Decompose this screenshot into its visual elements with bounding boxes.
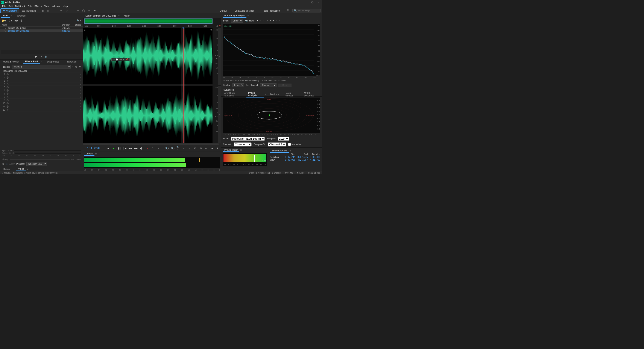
tab-history[interactable]: History [1, 167, 12, 171]
slot-power-icon[interactable]: ⏻ [6, 109, 8, 111]
hud-pin-icon[interactable]: 📌 [126, 59, 128, 61]
mix-slider[interactable] [10, 159, 70, 160]
tab-frequency-analysis[interactable]: Frequency Analysis [222, 14, 246, 18]
video-panel-menu-icon[interactable]: ≡ [26, 168, 28, 170]
hud-db[interactable]: +0 dB [119, 59, 124, 61]
menu-multitrack[interactable]: Multitrack [14, 5, 26, 8]
files-panel-menu-icon[interactable]: ≡ [10, 15, 12, 17]
slot-power-icon[interactable]: ⏻ [6, 77, 8, 79]
tab-markers[interactable]: Markers [268, 93, 280, 96]
slot-power-icon[interactable]: ⏻ [6, 96, 8, 98]
delete-preset-icon[interactable]: 🗑 [75, 66, 78, 68]
phase-menu-icon[interactable]: ≡ [265, 93, 266, 96]
pause-button[interactable]: ❚❚ [117, 146, 121, 150]
slot-menu-icon[interactable]: › [80, 109, 81, 111]
marquee-tool-icon[interactable]: ▭ [76, 9, 80, 13]
slot-power-icon[interactable]: ⏻ [6, 89, 8, 92]
slot-menu-icon[interactable]: › [80, 102, 81, 105]
tab-favorites[interactable]: Favorites [14, 14, 27, 18]
fx-slot[interactable]: 4⏻ › [0, 83, 83, 86]
rewind-button[interactable]: ◀◀ [128, 146, 132, 150]
fx-slot[interactable]: 1⏻ › [0, 73, 83, 76]
loop-button[interactable]: ⟳ [151, 146, 154, 150]
heal-tool-icon[interactable]: ✚ [93, 9, 96, 13]
razor-tool-icon[interactable]: ✂ [59, 9, 63, 13]
frequency-plot[interactable]: Live CTI dB -10 -20 -30 -40 -50 -60 [223, 24, 320, 76]
volume-hud[interactable]: ◢ 🕐 +0 dB 📌 [112, 58, 130, 61]
fx-slot[interactable]: 3⏻ › [0, 79, 83, 83]
sv-sel-start[interactable]: 0:07.245 [285, 156, 295, 158]
files-scrollbar[interactable] [1, 50, 81, 54]
workspace-radio[interactable]: Radio Production [260, 9, 282, 13]
file-row[interactable]: › ∿ sounds_sfx_2802.ogg 4:21.797 [0, 30, 83, 32]
tab-diagnostics[interactable]: Diagnostics [45, 60, 61, 63]
scale-select[interactable]: Linear [231, 19, 243, 23]
slot-menu-icon[interactable]: › [80, 93, 81, 95]
zoom-right-icon[interactable]: ⇥ [210, 146, 214, 150]
tab-batch-process[interactable]: Batch Process [283, 91, 300, 97]
zoom-reset-icon[interactable]: 🔍↺ [176, 146, 180, 150]
open-file-icon[interactable]: 📂▾ [2, 19, 6, 22]
pin-cti-icon[interactable]: 🎧 [216, 25, 218, 27]
hud-clock-icon[interactable]: 🕐 [116, 59, 118, 61]
channel-select[interactable]: Channel 1 [234, 142, 252, 146]
tab-files[interactable]: Files [1, 14, 10, 18]
slot-power-icon[interactable]: ⏻ [6, 106, 8, 108]
play-button[interactable]: ▶ [112, 146, 116, 150]
menu-edit[interactable]: Edit [7, 5, 14, 8]
zoom-sel-in-icon[interactable]: ⊡ [193, 146, 197, 150]
go-end-button[interactable]: ▶▎ [140, 146, 144, 150]
input-gain[interactable]: +0 [10, 149, 12, 152]
save-preset-icon[interactable]: ⬇ [72, 65, 74, 68]
channel-2-badge[interactable]: 2 [218, 86, 221, 143]
workspace-more-icon[interactable]: ≫ [286, 9, 291, 13]
freq-menu-icon[interactable]: ≡ [247, 15, 248, 17]
levels-menu-icon[interactable]: ≡ [95, 153, 96, 155]
freq-channel-5[interactable]: 5 [269, 20, 272, 22]
freq-channel-8[interactable]: 8 [278, 20, 282, 22]
menu-view[interactable]: View [43, 5, 51, 8]
wet-pct[interactable]: 100 % [75, 158, 81, 160]
editor-tab[interactable]: Editor: sounds_sfx_2802.ogg [84, 14, 118, 18]
channel-1-badge[interactable]: 1 [218, 28, 221, 85]
files-autoplay-icon[interactable]: 🔈 [44, 55, 48, 58]
sv-sel-dur[interactable]: 0:00.000 [310, 156, 320, 158]
favorite-preset-icon[interactable]: ★ [79, 65, 81, 68]
menu-help[interactable]: Help [62, 5, 69, 8]
fx-slot[interactable]: 12⏻ › [0, 108, 83, 112]
marker-icon[interactable]: 📍 [219, 25, 221, 27]
zoom-left-icon[interactable]: ⇤ [204, 146, 208, 150]
menu-clip[interactable]: Clip [26, 5, 33, 8]
output-gain[interactable]: +0 [12, 152, 14, 154]
timecode-display[interactable]: 3:31.856 [84, 146, 100, 150]
slot-menu-icon[interactable]: › [80, 96, 81, 98]
timeline-ruler[interactable]: hms 0:30 1:00 1:30 2:00 2:30 3:00 3:30 4… [83, 24, 221, 28]
freq-channel-1[interactable]: 1 [256, 20, 259, 22]
zoom-sel-out-icon[interactable]: ⊟ [199, 146, 203, 150]
presets-select[interactable]: (Default) [12, 65, 71, 69]
maximize-button[interactable]: ▢ [311, 1, 314, 4]
slot-power-icon[interactable]: ⏻ [6, 80, 8, 82]
zoom-in-time-icon[interactable]: 🔍+ [165, 146, 169, 150]
slip-tool-icon[interactable]: ⇄ [65, 9, 69, 13]
files-loop-icon[interactable]: ⟳ [40, 55, 42, 58]
freq-channel-3[interactable]: 3 [262, 20, 265, 22]
effects-panel-menu-icon[interactable]: ≡ [41, 60, 42, 63]
overview-waveform[interactable] [84, 19, 212, 24]
compare-select[interactable]: Channel 2 [268, 142, 286, 146]
workspace-default[interactable]: Default [218, 9, 229, 13]
stop-button[interactable]: ■ [106, 146, 110, 150]
fx-slot[interactable]: 10⏻ › [0, 102, 83, 105]
fx-list-icon[interactable]: ☷ [6, 163, 8, 165]
tab-match-loudness[interactable]: Match Loudness [302, 91, 321, 97]
lasso-tool-icon[interactable]: ◯ [82, 9, 86, 13]
fx-slot[interactable]: 9⏻ › [0, 99, 83, 102]
zoom-out-amp-icon[interactable]: ⤡ [188, 146, 192, 150]
sv-sel-end[interactable]: 0:07.245 [298, 156, 308, 158]
delete-file-icon[interactable]: 🗑 [20, 19, 23, 22]
spectral-pitch-icon[interactable]: ▦ [40, 9, 44, 13]
tab-phase-meter[interactable]: Phase Meter [222, 148, 239, 152]
fx-power-icon[interactable]: ⏻ [2, 163, 4, 165]
col-name[interactable]: Name [2, 24, 53, 26]
fx-slot[interactable]: 7⏻ › [0, 92, 83, 95]
